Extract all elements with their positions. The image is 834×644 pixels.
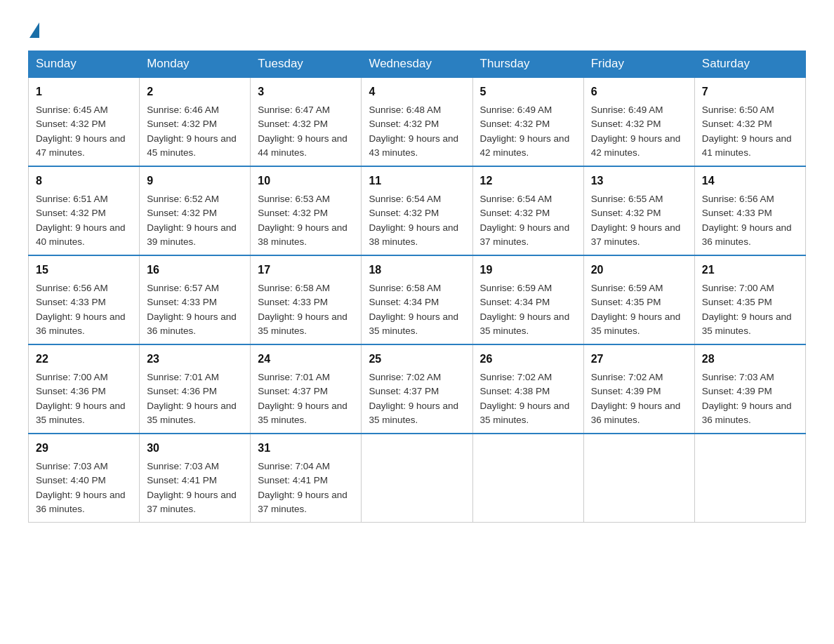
calendar-cell: 10Sunrise: 6:53 AMSunset: 4:32 PMDayligh… [251,166,362,255]
calendar-week-row: 1Sunrise: 6:45 AMSunset: 4:32 PMDaylight… [29,77,806,166]
logo-triangle-icon [29,22,39,38]
daylight-label: Daylight: 9 hours and 42 minutes. [591,133,681,158]
calendar-cell: 19Sunrise: 6:59 AMSunset: 4:34 PMDayligh… [472,255,583,344]
sunset-label: Sunset: 4:33 PM [702,208,772,218]
sunset-label: Sunset: 4:33 PM [147,297,217,307]
daylight-label: Daylight: 9 hours and 35 minutes. [480,401,570,425]
calendar-cell: 2Sunrise: 6:46 AMSunset: 4:32 PMDaylight… [140,77,251,166]
sunrise-label: Sunrise: 6:59 AM [480,283,552,293]
sunrise-label: Sunrise: 7:03 AM [702,372,774,382]
day-number: 4 [369,83,465,100]
day-number: 31 [258,440,354,457]
calendar-cell: 23Sunrise: 7:01 AMSunset: 4:36 PMDayligh… [140,344,251,434]
sunrise-label: Sunrise: 6:54 AM [480,194,552,204]
sunrise-label: Sunrise: 7:02 AM [591,372,663,382]
sunset-label: Sunset: 4:35 PM [591,297,661,307]
sunset-label: Sunset: 4:37 PM [258,386,328,396]
calendar-cell [362,434,472,523]
sunset-label: Sunset: 4:32 PM [480,119,550,129]
sunrise-label: Sunrise: 6:49 AM [591,105,663,115]
sunrise-label: Sunrise: 6:56 AM [702,194,774,204]
day-number: 14 [702,173,798,189]
day-number: 24 [258,351,354,368]
calendar-cell: 3Sunrise: 6:47 AMSunset: 4:32 PMDaylight… [251,77,362,166]
daylight-label: Daylight: 9 hours and 37 minutes. [591,222,681,247]
page-header [28,21,806,36]
daylight-label: Daylight: 9 hours and 37 minutes. [147,490,237,514]
calendar-week-row: 29Sunrise: 7:03 AMSunset: 4:40 PMDayligh… [29,434,806,523]
daylight-label: Daylight: 9 hours and 35 minutes. [36,401,126,425]
calendar-header-sunday: Sunday [29,51,140,78]
daylight-label: Daylight: 9 hours and 36 minutes. [591,401,681,425]
day-number: 19 [480,262,576,279]
sunrise-label: Sunrise: 6:45 AM [36,105,108,115]
sunrise-label: Sunrise: 6:50 AM [702,105,774,115]
calendar-cell: 25Sunrise: 7:02 AMSunset: 4:37 PMDayligh… [362,344,472,434]
calendar-cell: 26Sunrise: 7:02 AMSunset: 4:38 PMDayligh… [472,344,583,434]
daylight-label: Daylight: 9 hours and 37 minutes. [258,490,348,514]
daylight-label: Daylight: 9 hours and 37 minutes. [480,222,570,247]
sunset-label: Sunset: 4:32 PM [369,119,439,129]
day-number: 8 [36,173,132,189]
day-number: 6 [591,83,687,100]
sunset-label: Sunset: 4:32 PM [702,119,772,129]
calendar-cell: 18Sunrise: 6:58 AMSunset: 4:34 PMDayligh… [362,255,472,344]
sunrise-label: Sunrise: 6:47 AM [258,105,330,115]
day-number: 12 [480,173,576,189]
calendar-cell: 20Sunrise: 6:59 AMSunset: 4:35 PMDayligh… [583,255,694,344]
calendar-cell: 13Sunrise: 6:55 AMSunset: 4:32 PMDayligh… [583,166,694,255]
calendar-header-saturday: Saturday [694,51,805,78]
calendar-week-row: 22Sunrise: 7:00 AMSunset: 4:36 PMDayligh… [29,344,806,434]
sunset-label: Sunset: 4:36 PM [147,386,217,396]
calendar-cell: 1Sunrise: 6:45 AMSunset: 4:32 PMDaylight… [29,77,140,166]
calendar-cell: 27Sunrise: 7:02 AMSunset: 4:39 PMDayligh… [583,344,694,434]
day-number: 23 [147,351,243,368]
sunrise-label: Sunrise: 6:46 AM [147,105,219,115]
calendar-cell: 28Sunrise: 7:03 AMSunset: 4:39 PMDayligh… [694,344,805,434]
sunset-label: Sunset: 4:33 PM [258,297,328,307]
sunset-label: Sunset: 4:32 PM [258,208,328,218]
day-number: 2 [147,83,243,100]
sunset-label: Sunset: 4:32 PM [36,208,106,218]
calendar-header-wednesday: Wednesday [362,51,472,78]
day-number: 11 [369,173,465,189]
sunrise-label: Sunrise: 7:04 AM [258,461,330,471]
calendar-cell: 6Sunrise: 6:49 AMSunset: 4:32 PMDaylight… [583,77,694,166]
sunset-label: Sunset: 4:38 PM [480,386,550,396]
daylight-label: Daylight: 9 hours and 35 minutes. [147,401,237,425]
day-number: 16 [147,262,243,279]
calendar-cell: 4Sunrise: 6:48 AMSunset: 4:32 PMDaylight… [362,77,472,166]
day-number: 27 [591,351,687,368]
sunrise-label: Sunrise: 6:58 AM [258,283,330,293]
day-number: 17 [258,262,354,279]
calendar-cell: 22Sunrise: 7:00 AMSunset: 4:36 PMDayligh… [29,344,140,434]
sunset-label: Sunset: 4:41 PM [258,475,328,485]
daylight-label: Daylight: 9 hours and 38 minutes. [369,222,458,247]
daylight-label: Daylight: 9 hours and 41 minutes. [702,133,792,158]
calendar-cell: 31Sunrise: 7:04 AMSunset: 4:41 PMDayligh… [251,434,362,523]
sunset-label: Sunset: 4:32 PM [369,208,439,218]
daylight-label: Daylight: 9 hours and 35 minutes. [369,311,458,336]
calendar-header-thursday: Thursday [472,51,583,78]
daylight-label: Daylight: 9 hours and 36 minutes. [702,401,792,425]
day-number: 22 [36,351,132,368]
sunrise-label: Sunrise: 6:56 AM [36,283,108,293]
day-number: 26 [480,351,576,368]
sunrise-label: Sunrise: 7:00 AM [36,372,108,382]
calendar-cell: 7Sunrise: 6:50 AMSunset: 4:32 PMDaylight… [694,77,805,166]
sunrise-label: Sunrise: 7:00 AM [702,283,774,293]
sunset-label: Sunset: 4:40 PM [36,475,106,485]
daylight-label: Daylight: 9 hours and 47 minutes. [36,133,126,158]
calendar-cell: 11Sunrise: 6:54 AMSunset: 4:32 PMDayligh… [362,166,472,255]
daylight-label: Daylight: 9 hours and 44 minutes. [258,133,348,158]
daylight-label: Daylight: 9 hours and 35 minutes. [702,311,792,336]
sunset-label: Sunset: 4:32 PM [591,119,661,129]
day-number: 5 [480,83,576,100]
calendar-cell [694,434,805,523]
calendar-header-friday: Friday [583,51,694,78]
sunset-label: Sunset: 4:35 PM [702,297,772,307]
sunset-label: Sunset: 4:34 PM [369,297,439,307]
calendar-cell: 9Sunrise: 6:52 AMSunset: 4:32 PMDaylight… [140,166,251,255]
sunrise-label: Sunrise: 6:54 AM [369,194,441,204]
daylight-label: Daylight: 9 hours and 42 minutes. [480,133,570,158]
